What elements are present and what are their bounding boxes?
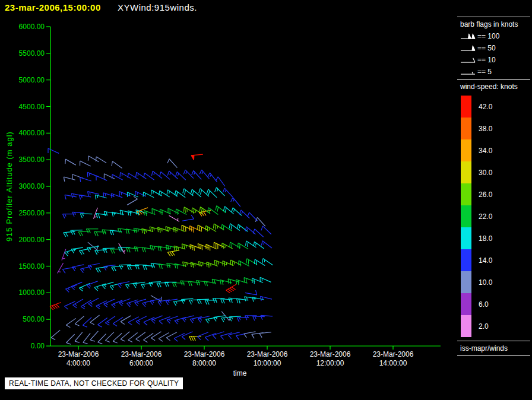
wind-barb-full (228, 279, 229, 284)
colorbar: 42.038.034.030.026.022.018.014.010.06.02… (457, 93, 530, 339)
wind-barb-staff (135, 299, 146, 303)
wind-barb-staff (252, 278, 264, 282)
wind-barb-staff (244, 332, 256, 334)
wind-barb-staff (103, 248, 115, 249)
x-tick-time: 4:00:00 (66, 359, 90, 367)
wind-barb-full (183, 189, 184, 193)
wind-barb-staff (159, 317, 170, 321)
wind-barb-staff (214, 316, 226, 318)
wind-barb-half (74, 266, 76, 269)
wind-barb-full (65, 159, 66, 164)
wind-barb-full (206, 319, 209, 323)
wind-barb-half (210, 174, 211, 177)
wind-barb-full (136, 210, 137, 215)
wind-barb-staff (66, 318, 75, 325)
wind-barb-full (137, 247, 138, 252)
colorbar-label: 38.0 (479, 125, 492, 133)
wind-barb-half (144, 303, 146, 304)
wind-barb-full (66, 342, 71, 344)
wind-barb-full (189, 336, 191, 341)
wind-barb-full (158, 301, 161, 306)
wind-barb-half (223, 318, 224, 320)
wind-barb-full (173, 301, 176, 306)
y-tick-label: 4500.00 (19, 103, 45, 111)
wind-barb-full (136, 339, 140, 341)
wind-barb-full (207, 300, 209, 304)
wind-barb-full (208, 208, 209, 212)
wind-barb-full (200, 300, 202, 304)
wind-barb-staff (169, 171, 178, 179)
wind-barb-half (124, 250, 125, 252)
wind-barb-full (159, 321, 163, 325)
wind-barb-full (166, 245, 167, 250)
wind-barb-full (168, 246, 169, 250)
wind-barb-full (191, 189, 192, 194)
wind-barb-staff (90, 331, 98, 340)
wind-barb-half (194, 172, 195, 174)
wind-barb-full (88, 265, 91, 269)
wind-barb-staff (111, 193, 122, 198)
wind-barb-full (99, 214, 100, 218)
wind-barb-staff (207, 262, 218, 266)
wind-barb-full (246, 259, 247, 264)
wind-barb-full (167, 227, 168, 232)
wind-barb-full (185, 190, 186, 195)
wind-barb-full (175, 191, 176, 195)
wind-barb-half (217, 226, 218, 228)
y-tick-label: 3500.00 (19, 155, 45, 164)
wind-barb-half (153, 319, 155, 321)
wind-barb-full (261, 315, 262, 319)
wind-barb-full (216, 225, 216, 230)
wind-barb-staff (121, 316, 131, 322)
wind-barb-full (142, 247, 143, 252)
wind-barb-full (142, 228, 143, 233)
wind-barb-full (223, 299, 224, 303)
wind-barb-staff (173, 300, 185, 301)
wind-barb-full (192, 170, 194, 174)
wind-barb-half (176, 301, 177, 304)
wind-barb-half (135, 284, 137, 286)
wind-barb-full (208, 173, 210, 177)
wind-barb-10-icon (458, 55, 477, 65)
wind-barb-full (72, 174, 73, 179)
wind-barb-half (191, 300, 192, 303)
x-tick-time: 14:00:00 (379, 359, 407, 367)
wind-barb-full (88, 156, 88, 161)
credit-label: iss-mapr/winds (457, 342, 530, 354)
wind-barb-staff (106, 332, 114, 341)
wind-barb-staff (80, 195, 91, 196)
wind-barb-staff (113, 333, 122, 341)
barb-legend-label: == 100 (477, 32, 499, 40)
wind-barb-full (106, 341, 110, 342)
wind-barb-full (473, 58, 475, 62)
wind-barb-half (88, 284, 90, 286)
quality-disclaimer: REAL-TIME DATA, NOT CHECKED FOR QUALITY (5, 377, 183, 389)
x-tick-time: 10:00:00 (254, 359, 281, 367)
wind-barb-full (174, 338, 178, 341)
colorbar-swatch (461, 293, 471, 315)
wind-barb-half (186, 245, 186, 247)
wind-barb-full (118, 228, 119, 233)
wind-barb-staff (121, 332, 129, 339)
wind-barb-staff (128, 317, 139, 322)
colorbar-swatch (461, 227, 471, 249)
wind-barb-full (262, 259, 263, 264)
wind-barb-staff (66, 334, 74, 342)
wind-barb-full (239, 299, 240, 304)
wind-barb-half (66, 252, 68, 253)
colorbar-label: 10.0 (479, 278, 492, 287)
wind-barb-full (208, 263, 209, 268)
wind-barb-full (222, 280, 223, 285)
wind-barb-full (254, 242, 255, 246)
wind-barb-full (213, 335, 216, 339)
wind-barb-full (129, 266, 131, 270)
colorbar-row: 10.0 (461, 271, 530, 293)
wind-barb-full (144, 229, 145, 234)
wind-barb-staff (255, 229, 264, 237)
legend-panel: barb flags in knots == 100 == 50 == 10 =… (457, 15, 530, 357)
wind-barb-half (178, 247, 179, 249)
wind-barb-half (65, 214, 66, 217)
wind-barb-full (246, 241, 246, 246)
wind-barb-full (105, 323, 109, 325)
y-tick-label: 1500.00 (19, 262, 45, 271)
